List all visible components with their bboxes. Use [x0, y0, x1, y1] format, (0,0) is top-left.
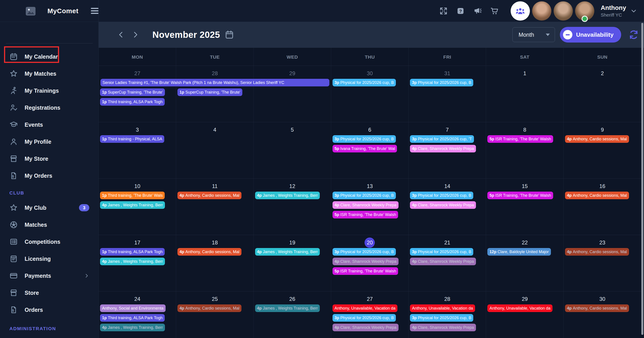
sidebar-item-my-matches[interactable]: My Matches: [0, 65, 99, 82]
day-cell[interactable]: 194p James , Weights Training, Berr: [254, 235, 331, 291]
day-cell[interactable]: 143p Physical for 2025/2026 cup, B4p Cla…: [408, 179, 486, 235]
event-pill[interactable]: 3p Physical for 2025/2026 cup, B: [410, 314, 473, 322]
event-pill[interactable]: 4p Anthony, Cardio sessions, Mal: [178, 248, 242, 256]
event-pill[interactable]: 4p James , Weights Training, Berr: [100, 258, 165, 265]
event-pill[interactable]: 4p Anthony, Cardio sessions, Mal: [565, 192, 629, 199]
calendar-picker-icon[interactable]: [224, 30, 234, 40]
event-pill[interactable]: 1p Third training, 'The Brute' Wals: [100, 192, 165, 199]
event-pill[interactable]: 4p James , Weights Training, Berr: [100, 201, 165, 209]
day-cell[interactable]: 234p Anthony, Cardio sessions, Mal: [564, 235, 641, 291]
event-pill[interactable]: 3p Physical for 2025/2026 cup, 'T: [410, 135, 474, 143]
sidebar-item-my-calendar[interactable]: My Calendar: [0, 48, 99, 65]
event-pill[interactable]: 4p James , Weights Training, Berr: [255, 192, 320, 199]
view-select[interactable]: Month: [512, 27, 555, 42]
prev-month-icon[interactable]: [116, 30, 126, 39]
event-pill[interactable]: Anthony, Unavailable, Vacation da: [487, 304, 552, 312]
event-pill[interactable]: 4p Clare, Shamrock Weekly Prepa: [410, 324, 476, 331]
day-cell[interactable]: 304p Anthony, Cardio sessions, Mal: [564, 292, 641, 338]
group-avatar[interactable]: [511, 1, 530, 20]
day-cell[interactable]: 124p James , Weights Training, Berr: [254, 179, 331, 235]
avatar[interactable]: [532, 1, 551, 20]
event-pill[interactable]: 5p ISR Training, 'The Brute' Walsh: [487, 192, 553, 199]
cart-icon[interactable]: [490, 6, 499, 16]
event-pill[interactable]: 12p Clare, Baldoyle United Major: [487, 248, 551, 256]
event-pill[interactable]: 5p Ivana Training, 'The Brute' Wal: [332, 145, 397, 152]
avatar[interactable]: [554, 1, 573, 20]
day-cell[interactable]: 164p Anthony, Cardio sessions, Mal: [564, 179, 641, 235]
event-pill[interactable]: 4p Clare, Shamrock Weekly Prepa: [332, 324, 398, 331]
day-cell[interactable]: 281p SuperCup Training, 'The Brute': [176, 66, 254, 122]
help-icon[interactable]: ?: [456, 6, 465, 16]
day-cell[interactable]: 114p Anthony, Cardio sessions, Mal: [176, 179, 254, 235]
day-cell[interactable]: 264p James , Weights Training, Berr: [254, 292, 331, 338]
user-block[interactable]: Anthony Sheriff YC: [600, 4, 626, 18]
day-cell[interactable]: 4: [176, 122, 254, 178]
event-pill[interactable]: Anthony, Unavailable, Vacation da: [332, 304, 398, 312]
fullscreen-icon[interactable]: [439, 6, 448, 16]
event-pill[interactable]: 1p SuperCup Training, 'The Brute': [178, 88, 242, 96]
multi-day-event-pill[interactable]: Senior Ladies Training #1, 'The Brute' W…: [100, 79, 330, 86]
event-pill[interactable]: 3p Physical for 2025/2026 cup, B: [332, 314, 396, 322]
day-cell[interactable]: 5: [254, 122, 331, 178]
day-cell[interactable]: 85p ISR Training, 'The Brute' Walsh: [486, 122, 564, 178]
sidebar-item-orders[interactable]: $Orders: [0, 301, 99, 318]
sidebar-item-my-club[interactable]: My Club3: [0, 199, 99, 216]
day-cell[interactable]: 213p Physical for 2025/2026 cup, B4p Cla…: [408, 235, 486, 291]
day-cell[interactable]: 184p Anthony, Cardio sessions, Mal: [176, 235, 254, 291]
event-pill[interactable]: 4p Anthony, Cardio sessions, Mal: [565, 304, 629, 312]
sidebar-item-my-store[interactable]: My Store: [0, 150, 99, 167]
hamburger-menu-icon[interactable]: [91, 6, 98, 15]
event-pill[interactable]: 4p Anthony, Cardio sessions, Mal: [565, 135, 629, 143]
event-pill[interactable]: 5p ISR Training, 'The Brute' Walsh: [332, 267, 398, 275]
event-pill[interactable]: 3p Physical for 2025/2026 cup, B: [332, 135, 396, 143]
event-pill[interactable]: Anthony, Unavailable, Vacation da: [410, 304, 475, 312]
refresh-icon[interactable]: [629, 30, 639, 40]
day-cell[interactable]: 133p Physical for 2025/2026 cup, B4p Cla…: [331, 179, 408, 235]
day-cell[interactable]: 155p ISR Training, 'The Brute' Walsh: [486, 179, 564, 235]
event-pill[interactable]: 5p ISR Training, 'The Brute' Walsh: [332, 211, 398, 218]
day-cell[interactable]: 303p Physical for 2025/2026 cup, B: [331, 66, 408, 122]
event-pill[interactable]: 1p Third training, ALSA Park Togh: [100, 248, 165, 256]
sidebar-item-my-profile[interactable]: My Profile: [0, 133, 99, 150]
sidebar-item-payments[interactable]: Payments: [0, 267, 99, 284]
avatar[interactable]: [575, 1, 594, 20]
day-cell[interactable]: 28Anthony, Unavailable, Vacation da3p Ph…: [408, 292, 486, 338]
event-pill[interactable]: 4p Clare, Shamrock Weekly Prepa: [410, 258, 476, 265]
next-month-icon[interactable]: [131, 30, 140, 39]
day-cell[interactable]: 2: [564, 66, 641, 122]
unavailability-button[interactable]: Unavailability: [560, 27, 621, 42]
event-pill[interactable]: 4p Clare, Shamrock Weekly Prepa: [410, 145, 476, 152]
sidebar-item-registrations[interactable]: Registrations: [0, 99, 99, 116]
event-pill[interactable]: 3p Physical for 2025/2026 cup, B: [332, 79, 396, 86]
day-cell[interactable]: 29: [254, 66, 331, 122]
day-cell[interactable]: 94p Anthony, Cardio sessions, Mal: [564, 122, 641, 178]
day-cell[interactable]: 73p Physical for 2025/2026 cup, 'T4p Cla…: [408, 122, 486, 178]
event-pill[interactable]: 4p Clare, Shamrock Weekly Prepa: [332, 258, 398, 265]
vertical-scrollbar[interactable]: [641, 23, 643, 335]
day-cell[interactable]: 254p Anthony, Cardio sessions, Mal: [176, 292, 254, 338]
day-cell[interactable]: 1: [486, 66, 564, 122]
event-pill[interactable]: 4p Anthony, Cardio sessions, Mal: [178, 304, 242, 312]
event-pill[interactable]: 3p Physical for 2025/2026 cup, B: [332, 248, 396, 256]
day-cell[interactable]: 31p Third training - Physical, ALSA: [99, 122, 176, 178]
announcements-icon[interactable]: [473, 6, 482, 16]
day-cell[interactable]: 24Anthony, Social and Environmenta1p Thi…: [99, 292, 176, 338]
sidebar-item-my-trainings[interactable]: My Trainings: [0, 82, 99, 99]
sidebar-item-licensing[interactable]: Licensing: [0, 250, 99, 267]
event-pill[interactable]: 1p Third training, ALSA Park Togh: [100, 98, 165, 106]
event-pill[interactable]: 4p Anthony, Cardio sessions, Mal: [565, 248, 629, 256]
event-pill[interactable]: 3p Physical for 2025/2026 cup, B: [410, 79, 473, 86]
sidebar-item-my-orders[interactable]: $My Orders: [0, 167, 99, 184]
day-cell[interactable]: 27Anthony, Unavailable, Vacation da3p Ph…: [331, 292, 408, 338]
event-pill[interactable]: 5p ISR Training, 'The Brute' Walsh: [487, 135, 553, 143]
day-cell[interactable]: 63p Physical for 2025/2026 cup, B5p Ivan…: [331, 122, 408, 178]
event-pill[interactable]: 4p Anthony, Cardio sessions, Mal: [178, 192, 242, 199]
event-pill[interactable]: 4p Clare, Shamrock Weekly Prepa: [410, 201, 476, 209]
sidebar-item-matches[interactable]: Matches: [0, 216, 99, 233]
day-cell[interactable]: 313p Physical for 2025/2026 cup, B: [408, 66, 486, 122]
event-pill[interactable]: 4p James , Weights Training, Berr: [255, 304, 320, 312]
event-pill[interactable]: 3p Physical for 2025/2026 cup, B: [410, 248, 473, 256]
day-cell[interactable]: 101p Third training, 'The Brute' Wals4p …: [99, 179, 176, 235]
day-cell[interactable]: 203p Physical for 2025/2026 cup, B4p Cla…: [331, 235, 408, 291]
sidebar-item-events[interactable]: Events: [0, 116, 99, 133]
